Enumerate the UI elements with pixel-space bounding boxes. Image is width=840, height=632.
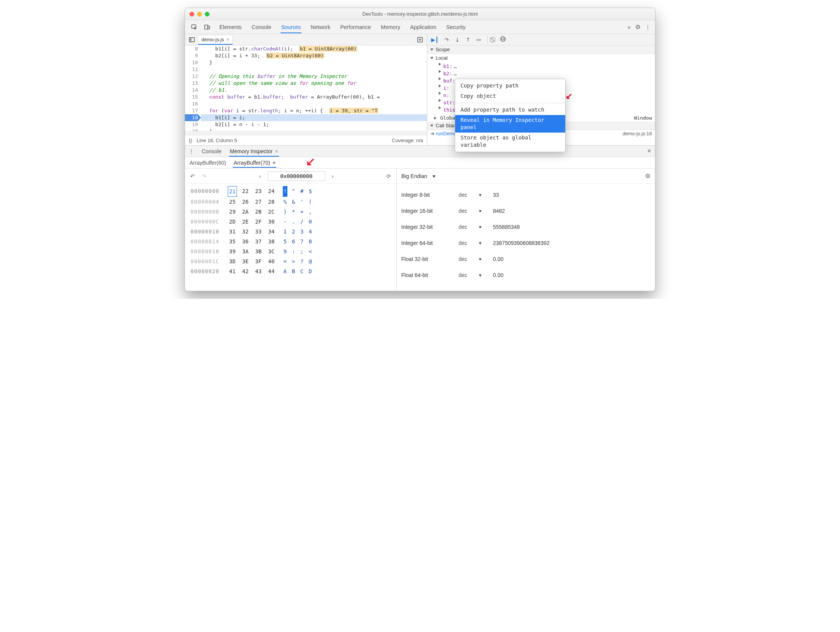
hex-row[interactable]: 0000002041424344ABCD xyxy=(186,266,394,276)
main-tab-application[interactable]: Application xyxy=(409,21,437,33)
context-menu-item[interactable]: Reveal in Memory Inspector panel xyxy=(455,115,565,133)
scope-prop-b2[interactable]: b2: … xyxy=(434,70,655,77)
context-menu-item[interactable]: Store object as global variable xyxy=(455,133,565,150)
annotation-arrow: ↙ xyxy=(306,155,315,168)
svg-rect-1 xyxy=(205,25,208,29)
close-tab-icon[interactable]: × xyxy=(226,37,229,42)
devtools-window: DevTools - memory-inspector.glitch.me/de… xyxy=(185,8,655,291)
value-row: Integer 16-bitdec ▾8482 xyxy=(401,203,650,219)
cursor-position: Line 18, Column 5 xyxy=(197,138,237,143)
value-row: Float 64-bitdec ▾0.00 xyxy=(401,267,650,283)
memory-values-pane: Big Endian ▾ ⚙ Integer 8-bitdec ▾33Integ… xyxy=(397,169,655,291)
memory-nav: ↶ ↷ ‹ › ⟳ xyxy=(185,169,396,184)
titlebar: DevTools - memory-inspector.glitch.me/de… xyxy=(185,8,655,20)
drawer-tab-console[interactable]: Console xyxy=(201,146,222,157)
buffer-tabbar: ArrayBuffer(60) ArrayBuffer(70) × ↙ xyxy=(185,157,655,169)
resume-icon[interactable]: ▶┃ xyxy=(431,37,438,43)
context-menu-item[interactable]: Copy property path xyxy=(455,81,565,91)
scope-header[interactable]: Scope xyxy=(427,45,655,54)
address-input[interactable] xyxy=(268,171,325,181)
hex-row[interactable]: 0000001C3D3E3F40=>?@ xyxy=(186,256,394,266)
buffer-tab-1[interactable]: ArrayBuffer(70) × xyxy=(233,158,276,168)
scope-body: b1: …b2: …buf: i: n: str: uffer :)!"this… xyxy=(427,62,655,114)
drawer-tabbar: ⋮ Console Memory Inspector × × xyxy=(185,146,655,157)
buffer-tab-0[interactable]: ArrayBuffer(60) xyxy=(189,158,227,168)
value-row: Float 32-bitdec ▾0.00 xyxy=(401,251,650,267)
hex-table[interactable]: 0000000021222324!"#$0000000425262728%&'(… xyxy=(185,184,396,279)
file-tab-demojs[interactable]: demo-js.js × xyxy=(198,35,233,45)
value-mode-select[interactable]: dec ▾ xyxy=(459,208,493,214)
kebab-icon[interactable]: ⋮ xyxy=(645,24,650,30)
scope-prop-b1[interactable]: b1: … xyxy=(434,63,655,70)
value-row: Integer 32-bitdec ▾555885348 xyxy=(401,219,650,235)
code-editor[interactable]: 89101112131415161718192021 b1[i] = str.c… xyxy=(185,45,427,131)
close-drawer-tab-icon[interactable]: × xyxy=(275,148,278,154)
step-icon[interactable]: ↦ xyxy=(477,37,481,43)
main-tab-elements[interactable]: Elements xyxy=(219,21,242,33)
main-tab-sources[interactable]: Sources xyxy=(281,21,302,33)
value-mode-select[interactable]: dec ▾ xyxy=(459,240,493,246)
close-buffer-tab-icon[interactable]: × xyxy=(272,160,276,166)
run-snippet-icon[interactable] xyxy=(416,36,424,44)
pause-exceptions-icon[interactable] xyxy=(500,36,506,43)
hex-row[interactable]: 0000000C2D2E2F30-./0 xyxy=(186,217,394,227)
navigator-toggle-icon[interactable] xyxy=(188,36,196,44)
svg-rect-2 xyxy=(208,26,210,29)
file-tabbar: demo-js.js × xyxy=(185,34,427,45)
step-out-icon[interactable]: ⤒ xyxy=(466,37,470,43)
value-table: Integer 8-bitdec ▾33Integer 16-bitdec ▾8… xyxy=(397,184,655,286)
hex-row[interactable]: 00000010313233341234 xyxy=(186,227,394,237)
step-over-icon[interactable]: ↷ xyxy=(444,37,449,43)
debugger-pane: ▶┃ ↷ ⤓ ⤒ ↦ ⃠ Scope Local b1: …b2: …buf: … xyxy=(427,34,655,145)
memory-hex-pane: ↶ ↷ ‹ › ⟳ 0000000021222324!"#$0000000425… xyxy=(185,169,397,291)
svg-marker-6 xyxy=(419,39,421,41)
value-row: Integer 64-bitdec ▾2387509390608836392 xyxy=(401,235,650,251)
prev-page-icon[interactable]: ‹ xyxy=(256,172,264,180)
endian-select[interactable]: Big Endian ▾ xyxy=(401,173,435,179)
overflow-icon[interactable]: » xyxy=(628,24,631,30)
window-title: DevTools - memory-inspector.glitch.me/de… xyxy=(185,11,655,17)
main-tab-console[interactable]: Console xyxy=(251,21,272,33)
horizontal-scrollbar[interactable] xyxy=(185,131,427,135)
value-mode-select[interactable]: dec ▾ xyxy=(459,224,493,230)
redo-icon[interactable]: ↷ xyxy=(200,172,208,180)
context-menu-item[interactable]: Add property path to watch xyxy=(455,105,565,115)
main-tab-memory[interactable]: Memory xyxy=(380,21,401,33)
refresh-icon[interactable]: ⟳ xyxy=(385,172,392,180)
hex-row[interactable]: 00000014353637385678 xyxy=(186,237,394,246)
step-into-icon[interactable]: ⤓ xyxy=(455,37,460,43)
hex-row[interactable]: 0000000021222324!"#$ xyxy=(186,186,394,197)
hex-row[interactable]: 00000008292A2B2C)*+, xyxy=(186,207,394,217)
values-settings-icon[interactable]: ⚙ xyxy=(645,172,650,180)
svg-point-7 xyxy=(501,37,505,41)
context-menu-item[interactable]: Copy object xyxy=(455,91,565,101)
local-header[interactable]: Local xyxy=(427,54,655,62)
close-drawer-icon[interactable]: × xyxy=(647,147,651,155)
main-tab-network[interactable]: Network xyxy=(310,21,331,33)
hex-row[interactable]: 0000000425262728%&'( xyxy=(186,197,394,207)
memory-inspector-pane: ↶ ↷ ‹ › ⟳ 0000000021222324!"#$0000000425… xyxy=(185,169,655,291)
context-menu: Copy property pathCopy objectAdd propert… xyxy=(455,79,566,152)
value-mode-select[interactable]: dec ▾ xyxy=(459,272,493,278)
hex-row[interactable]: 00000018393A3B3C9:;< xyxy=(186,246,394,256)
next-page-icon[interactable]: › xyxy=(329,172,337,180)
value-row: Integer 8-bitdec ▾33 xyxy=(401,187,650,203)
main-tab-performance[interactable]: Performance xyxy=(339,21,371,33)
value-mode-select[interactable]: dec ▾ xyxy=(459,256,493,262)
inspect-icon[interactable] xyxy=(190,23,198,31)
undo-icon[interactable]: ↶ xyxy=(189,172,196,180)
drawer-kebab-icon[interactable]: ⋮ xyxy=(189,148,194,154)
sources-pane: demo-js.js × 89101112131415161718192021 … xyxy=(185,34,427,145)
file-tab-label: demo-js.js xyxy=(201,37,224,42)
editor-statusbar: {} Line 18, Column 5 Coverage: n/a xyxy=(185,135,427,145)
main-tab-security[interactable]: Security xyxy=(446,21,467,33)
main-tabbar: ElementsConsoleSourcesNetworkPerformance… xyxy=(185,20,655,34)
debugger-toolbar: ▶┃ ↷ ⤓ ⤒ ↦ ⃠ xyxy=(427,34,655,45)
settings-icon[interactable]: ⚙ xyxy=(635,23,641,31)
value-mode-select[interactable]: dec ▾ xyxy=(459,192,493,198)
chevron-down-icon: ▾ xyxy=(433,173,435,179)
device-toggle-icon[interactable] xyxy=(203,23,211,31)
coverage-status: Coverage: n/a xyxy=(392,138,423,143)
braces-icon[interactable]: {} xyxy=(189,138,192,143)
drawer-tab-memory-inspector[interactable]: Memory Inspector × xyxy=(229,146,279,157)
